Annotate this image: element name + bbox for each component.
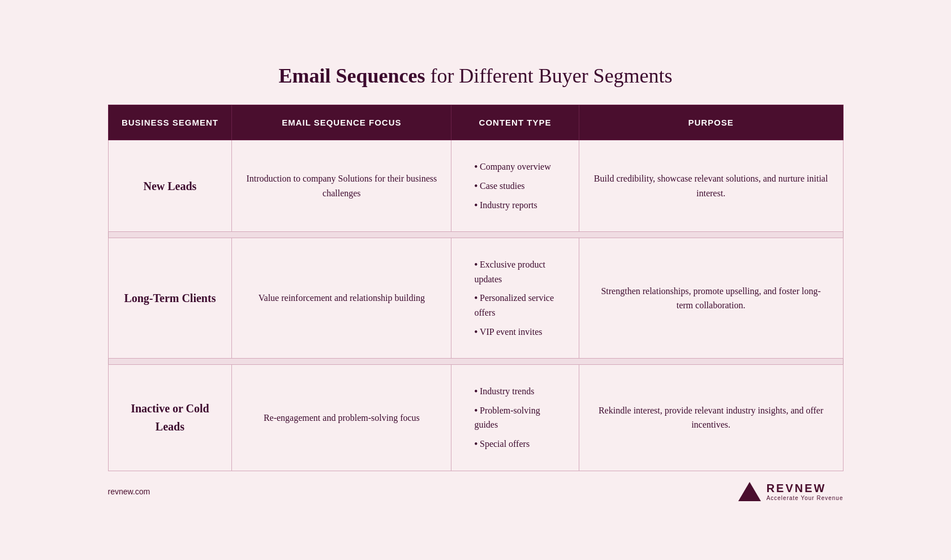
- focus-cell: Introduction to company Solutions for th…: [232, 140, 451, 232]
- list-item: Industry trends: [474, 382, 564, 401]
- header-segment: BUSINESS SEGMENT: [108, 105, 232, 140]
- list-item: Case studies: [474, 176, 564, 196]
- purpose-cell: Rekindle interest, provide relevant indu…: [579, 365, 843, 471]
- focus-cell: Value reinforcement and relationship bui…: [232, 238, 451, 359]
- list-item: Company overview: [474, 157, 564, 176]
- footer-url: revnew.com: [108, 487, 150, 496]
- segment-cell: Long-Term Clients: [108, 238, 232, 359]
- logo-area: REVNEW Accelerate Your Revenue: [738, 481, 844, 502]
- list-item: Special offers: [474, 434, 564, 454]
- table-row: New LeadsIntroduction to company Solutio…: [108, 140, 843, 232]
- list-item: Industry reports: [474, 196, 564, 215]
- logo-name: REVNEW: [767, 481, 844, 495]
- logo-text: REVNEW Accelerate Your Revenue: [767, 481, 844, 502]
- table-header-row: BUSINESS SEGMENT EMAIL SEQUENCE FOCUS CO…: [108, 105, 843, 140]
- logo-tagline: Accelerate Your Revenue: [767, 495, 844, 502]
- list-item: Problem-solving guides: [474, 401, 564, 434]
- table-row: Long-Term ClientsValue reinforcement and…: [108, 238, 843, 359]
- purpose-cell: Build credibility, showcase relevant sol…: [579, 140, 843, 232]
- focus-cell: Re-engagement and problem-solving focus: [232, 365, 451, 471]
- list-item: Personalized service offers: [474, 288, 564, 322]
- list-item: Exclusive product updates: [474, 255, 564, 288]
- page-title: Email Sequences for Different Buyer Segm…: [108, 64, 844, 88]
- logo-icon: [738, 482, 761, 501]
- list-item: VIP event invites: [474, 322, 564, 342]
- main-table: BUSINESS SEGMENT EMAIL SEQUENCE FOCUS CO…: [108, 105, 844, 471]
- page-container: Email Sequences for Different Buyer Segm…: [80, 41, 872, 518]
- header-focus: EMAIL SEQUENCE FOCUS: [232, 105, 451, 140]
- purpose-cell: Strengthen relationships, promote upsell…: [579, 238, 843, 359]
- content-cell: Exclusive product updatesPersonalized se…: [451, 238, 579, 359]
- spacer-row: [108, 359, 843, 365]
- header-content: CONTENT TYPE: [451, 105, 579, 140]
- header-purpose: PURPOSE: [579, 105, 843, 140]
- footer: revnew.com REVNEW Accelerate Your Revenu…: [108, 481, 844, 502]
- segment-cell: Inactive or Cold Leads: [108, 365, 232, 471]
- segment-cell: New Leads: [108, 140, 232, 232]
- spacer-row: [108, 232, 843, 238]
- content-cell: Company overviewCase studiesIndustry rep…: [451, 140, 579, 232]
- table-row: Inactive or Cold LeadsRe-engagement and …: [108, 365, 843, 471]
- content-cell: Industry trendsProblem-solving guidesSpe…: [451, 365, 579, 471]
